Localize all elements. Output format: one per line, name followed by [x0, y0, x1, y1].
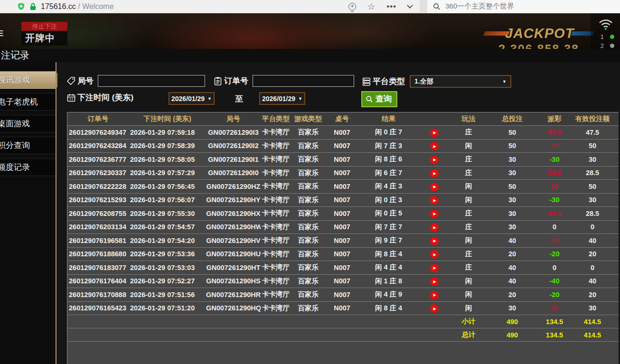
payout-cell: -20: [538, 291, 571, 299]
play-video-icon[interactable]: ▶: [430, 196, 439, 205]
subtotal-label: 小计: [451, 317, 487, 326]
platform-cell: 卡卡湾厅: [261, 168, 291, 177]
round-id-cell: GN007261290HT: [206, 264, 261, 271]
filter-panel: 局号 订单号 平台类型 1.全部 ▼ 下注时间 (美东): [57, 62, 620, 112]
play-video-icon[interactable]: ▶: [430, 183, 439, 191]
result-cell: 闲 9 庄 7: [359, 236, 418, 245]
play-video-icon[interactable]: ▶: [430, 237, 439, 245]
payout-cell: 28.5: [538, 210, 571, 217]
table-row: 260129076170888 2026-01-29 07:51:56 GN00…: [67, 288, 619, 302]
subtotal-valid: 414.5: [571, 318, 619, 326]
network-line-panel: 1 2: [591, 13, 620, 49]
date-from-select[interactable]: 2026/01/29 ▼: [169, 92, 215, 105]
address-url[interactable]: 175616.cc / Welcome: [41, 2, 114, 11]
play-video-icon[interactable]: ▶: [430, 142, 439, 150]
calendar-icon: [66, 93, 76, 103]
url-path: / Welcome: [78, 2, 113, 10]
sidebar-item[interactable]: 桌面游戏: [0, 115, 56, 132]
to-label: 至: [235, 93, 243, 104]
platform-cell: 卡卡湾厅: [261, 155, 291, 164]
payout-cell: 47.5: [538, 129, 571, 136]
game-type-cell: 百家乐: [291, 182, 325, 191]
lock-icon[interactable]: [29, 3, 37, 10]
query-button[interactable]: 查询: [361, 91, 397, 107]
game-type-cell: 百家乐: [291, 128, 325, 137]
table-no-cell: N007: [325, 210, 359, 217]
result-cell: 闲 8 庄 4: [359, 250, 418, 259]
order-id-cell: 260129076215293: [67, 196, 129, 204]
more-menu-icon[interactable]: •••: [386, 2, 396, 11]
game-type-cell: 百家乐: [291, 236, 325, 245]
game-type-cell: 百家乐: [291, 290, 325, 299]
play-video-icon[interactable]: ▶: [430, 250, 439, 259]
translate-page-icon[interactable]: +: [348, 3, 356, 10]
date-to-select[interactable]: 2026/01/29 ▼: [259, 92, 305, 105]
game-type-cell: 百家乐: [291, 196, 325, 205]
table-row: 260129076222228 2026-01-29 07:56:45 GN00…: [67, 180, 619, 194]
play-video-icon[interactable]: ▶: [430, 304, 439, 313]
play-type-cell: 庄: [451, 209, 487, 218]
total-bet-cell: 50: [487, 129, 538, 136]
chevron-down-icon[interactable]: [407, 2, 413, 9]
table-row: 260129076236777 2026-01-29 07:58:05 GN00…: [67, 153, 619, 167]
bet-time-cell: 2026-01-29 07:51:56: [129, 291, 206, 299]
total-bet-cell: 50: [487, 142, 538, 149]
total-bet-cell: 40: [487, 277, 538, 285]
play-video-icon[interactable]: ▶: [430, 277, 439, 286]
platform-cell: 卡卡湾厅: [261, 250, 291, 259]
round-id-cell: GN007261290I3: [206, 129, 261, 136]
shield-plus-icon[interactable]: [17, 2, 25, 10]
play-video-icon[interactable]: ▶: [430, 156, 439, 164]
browser-search-box[interactable]: 360一个主页整个世界: [427, 0, 620, 13]
platform-cell: 卡卡湾厅: [261, 128, 291, 137]
bet-time-cell: 2026-01-29 07:56:45: [129, 183, 206, 190]
platform-cell: 卡卡湾厅: [261, 223, 291, 232]
play-type-cell: 庄: [451, 128, 487, 137]
platform-type-select[interactable]: 1.全部 ▼: [410, 75, 511, 88]
platform-cell: 卡卡湾厅: [261, 290, 291, 299]
col-header-valid: 有效投注额: [571, 114, 619, 123]
order-no-input[interactable]: [253, 75, 354, 87]
game-type-cell: 百家乐: [291, 263, 325, 272]
play-video-icon[interactable]: ▶: [430, 210, 439, 218]
order-id-cell: 260129076165423: [67, 304, 129, 312]
sidebar-item-label: 电子老虎机: [0, 96, 38, 107]
table-row: 260129076165423 2026-01-29 07:51:20 GN00…: [67, 302, 619, 316]
sidebar-item[interactable]: 额度记录: [0, 159, 56, 176]
table-no-cell: N007: [325, 237, 359, 244]
line-1-label[interactable]: 1: [601, 33, 604, 40]
play-video-icon[interactable]: ▶: [430, 169, 439, 177]
table-header-row: 订单号 下注时间 (美东) 局号 平台类型 游戏类型 桌号 结果 玩法 总投注 …: [67, 112, 619, 126]
table-no-cell: N007: [325, 304, 359, 312]
play-video-icon[interactable]: ▶: [430, 291, 439, 299]
sidebar-item[interactable]: 电子老虎机: [0, 93, 56, 111]
table-no-cell: N007: [325, 183, 359, 190]
table-no-cell: N007: [325, 277, 359, 285]
table-no-cell: N007: [325, 291, 359, 299]
order-id-cell: 260129076243284: [67, 142, 129, 149]
order-id-cell: 260129076188680: [67, 250, 129, 258]
round-id-cell: GN007261290HW: [206, 223, 261, 231]
line-1-status-dot: [610, 35, 614, 39]
play-video-icon[interactable]: ▶: [430, 264, 439, 272]
table-no-cell: N007: [325, 129, 359, 136]
browser-toolbar: 175616.cc / Welcome + ☆ ••• 360一个主页整个世界: [0, 0, 620, 13]
platform-cell: 卡卡湾厅: [261, 304, 291, 313]
table-no-cell: N007: [325, 223, 359, 231]
round-id-cell: GN007261290HU: [206, 250, 261, 258]
platform-cell: 卡卡湾厅: [261, 141, 291, 150]
url-host: 175616.cc: [41, 2, 76, 10]
round-no-input[interactable]: [98, 75, 205, 87]
play-video-icon[interactable]: ▶: [430, 129, 439, 137]
jackpot-label: JACKPOT: [505, 26, 574, 41]
col-header-game: 游戏类型: [291, 114, 325, 123]
total-bet-cell: 20: [487, 291, 538, 299]
play-video-icon[interactable]: ▶: [430, 223, 439, 232]
line-2-label[interactable]: 2: [601, 42, 604, 49]
favorite-star-icon[interactable]: ☆: [367, 2, 375, 11]
sidebar-item[interactable]: 积分查询: [0, 137, 56, 154]
play-type-cell: 闲: [451, 290, 487, 299]
bet-time-cell: 2026-01-29 07:54:20: [129, 237, 206, 244]
bet-time-cell: 2026-01-29 07:58:39: [129, 142, 206, 149]
sidebar-item[interactable]: 视讯游戏: [0, 71, 56, 89]
